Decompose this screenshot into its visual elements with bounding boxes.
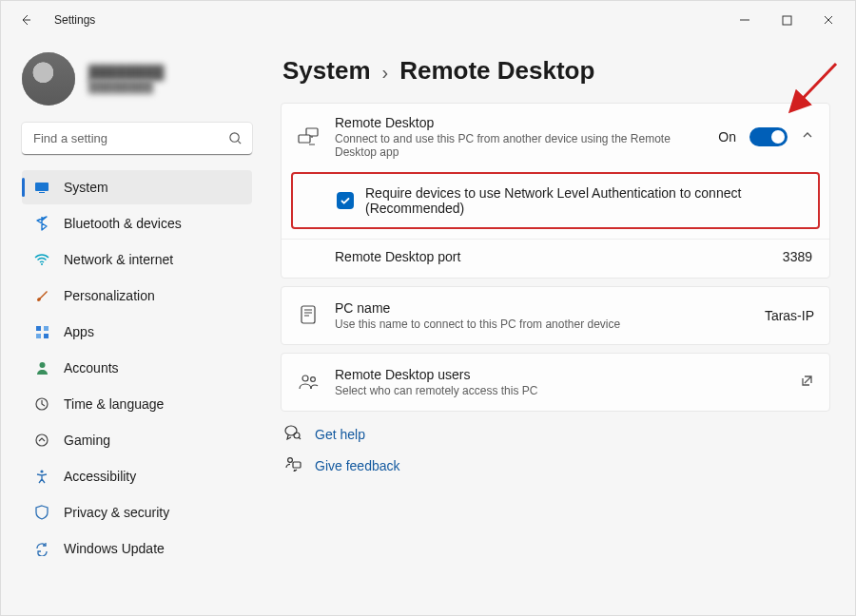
users-icon <box>297 374 320 391</box>
brush-icon <box>33 287 50 304</box>
sidebar-item-windows-update[interactable]: Windows Update <box>22 531 252 566</box>
remote-desktop-card: Remote Desktop Connect to and use this P… <box>281 103 830 279</box>
svg-rect-5 <box>36 326 41 331</box>
pc-name-value: Taras-IP <box>765 308 814 323</box>
window-title: Settings <box>54 13 95 27</box>
open-link-icon[interactable] <box>800 374 814 392</box>
chevron-up-icon[interactable] <box>801 128 814 145</box>
wifi-icon <box>33 251 50 268</box>
account-name: ████████ <box>88 65 164 80</box>
svg-rect-7 <box>36 334 41 338</box>
svg-point-4 <box>41 263 43 265</box>
remote-desktop-subtitle: Connect to and use this PC from another … <box>335 132 703 159</box>
pc-name-subtitle: Use this name to connect to this PC from… <box>335 318 749 331</box>
svg-point-18 <box>285 426 297 435</box>
svg-point-11 <box>36 434 48 446</box>
svg-rect-2 <box>35 183 49 191</box>
svg-point-20 <box>288 458 293 463</box>
sidebar-item-bluetooth[interactable]: Bluetooth & devices <box>22 206 252 241</box>
get-help-label[interactable]: Get help <box>315 427 365 442</box>
svg-point-1 <box>230 133 239 142</box>
svg-point-16 <box>302 375 308 381</box>
sidebar-item-label: Personalization <box>64 288 155 303</box>
help-icon <box>284 425 303 443</box>
content-area: System › Remote Desktop Remote Desktop C… <box>265 39 855 616</box>
page-title: Remote Desktop <box>399 56 594 86</box>
search-box <box>22 123 252 155</box>
window-close-button[interactable] <box>807 6 849 34</box>
sidebar: ████████ ████████ System Bluetooth & dev… <box>1 39 265 616</box>
person-icon <box>33 359 50 376</box>
sidebar-item-personalization[interactable]: Personalization <box>22 279 252 313</box>
svg-rect-15 <box>302 306 315 323</box>
pc-name-row[interactable]: PC name Use this name to connect to this… <box>282 287 829 344</box>
sidebar-item-time[interactable]: Time & language <box>22 387 252 421</box>
remote-desktop-title: Remote Desktop <box>335 115 703 130</box>
remote-desktop-row[interactable]: Remote Desktop Connect to and use this P… <box>282 104 829 170</box>
close-icon <box>823 14 834 26</box>
sidebar-item-network[interactable]: Network & internet <box>22 242 252 277</box>
update-icon <box>33 540 50 557</box>
rdp-port-row: Remote Desktop port 3389 <box>282 240 829 278</box>
sidebar-item-system[interactable]: System <box>22 170 252 204</box>
rdp-users-row[interactable]: Remote Desktop users Select who can remo… <box>282 354 829 411</box>
back-button[interactable] <box>14 9 37 31</box>
pc-name-icon <box>297 305 320 326</box>
give-feedback-label[interactable]: Give feedback <box>315 458 400 473</box>
give-feedback-link[interactable]: Give feedback <box>284 456 830 474</box>
shield-icon <box>33 504 50 521</box>
svg-rect-21 <box>293 462 301 468</box>
svg-rect-6 <box>44 326 49 331</box>
sidebar-item-label: Windows Update <box>64 541 165 556</box>
sidebar-item-apps[interactable]: Apps <box>22 315 252 349</box>
sidebar-item-label: Time & language <box>64 396 164 412</box>
breadcrumb: System › Remote Desktop <box>282 56 830 86</box>
maximize-icon <box>782 15 792 26</box>
gaming-icon <box>33 432 50 449</box>
search-icon <box>228 131 243 149</box>
account-header[interactable]: ████████ ████████ <box>22 48 252 109</box>
check-icon <box>340 195 351 206</box>
pc-name-card: PC name Use this name to connect to this… <box>281 286 830 345</box>
sidebar-item-privacy[interactable]: Privacy & security <box>22 495 252 529</box>
rdp-users-subtitle: Select who can remotely access this PC <box>335 384 785 397</box>
sidebar-item-label: Gaming <box>64 433 110 448</box>
sidebar-item-gaming[interactable]: Gaming <box>22 423 252 457</box>
nla-checkbox[interactable] <box>337 192 354 209</box>
sidebar-item-label: Network & internet <box>64 252 173 267</box>
accessibility-icon <box>33 468 50 485</box>
sidebar-item-label: Apps <box>64 324 94 339</box>
help-links: Get help Give feedback <box>284 425 830 474</box>
remote-desktop-toggle[interactable] <box>749 127 788 146</box>
sidebar-item-accounts[interactable]: Accounts <box>22 351 252 385</box>
get-help-link[interactable]: Get help <box>284 425 830 443</box>
window-minimize-button[interactable] <box>724 6 766 34</box>
svg-point-9 <box>39 362 45 368</box>
toggle-label: On <box>718 129 736 144</box>
feedback-icon <box>284 456 303 474</box>
account-secondary: ████████ <box>88 80 164 93</box>
svg-rect-14 <box>299 135 310 143</box>
sidebar-item-accessibility[interactable]: Accessibility <box>22 459 252 493</box>
rdp-port-label: Remote Desktop port <box>335 249 783 264</box>
window-maximize-button[interactable] <box>766 6 807 34</box>
sidebar-item-label: Bluetooth & devices <box>64 216 182 231</box>
rdp-users-title: Remote Desktop users <box>335 367 785 382</box>
sidebar-item-label: System <box>64 180 108 195</box>
sidebar-item-label: Accounts <box>64 360 119 375</box>
breadcrumb-root[interactable]: System <box>282 56 371 86</box>
search-input[interactable] <box>22 123 252 155</box>
svg-rect-8 <box>44 334 49 338</box>
globe-clock-icon <box>33 395 50 413</box>
nla-option[interactable]: Require devices to use Network Level Aut… <box>291 172 820 229</box>
sidebar-nav: System Bluetooth & devices Network & int… <box>22 170 252 566</box>
remote-desktop-icon <box>297 127 320 146</box>
rdp-port-value: 3389 <box>783 249 812 264</box>
display-icon <box>33 179 50 196</box>
sidebar-item-label: Privacy & security <box>64 505 169 520</box>
bluetooth-icon <box>33 215 50 232</box>
avatar <box>22 52 75 106</box>
nla-label: Require devices to use Network Level Aut… <box>365 185 799 216</box>
pc-name-title: PC name <box>335 300 749 316</box>
svg-rect-0 <box>783 16 791 25</box>
